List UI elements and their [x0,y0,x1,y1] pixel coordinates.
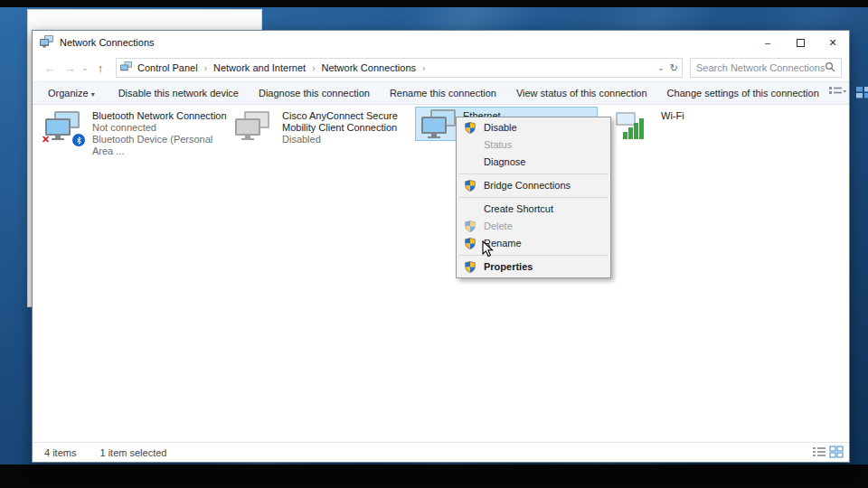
menu-item-label: Disable [484,122,517,133]
menu-item-delete[interactable]: Delete [457,218,610,235]
change-settings-button[interactable]: Change settings of this connection [657,88,829,99]
maximize-icon [797,39,805,47]
search-box[interactable] [690,58,842,78]
network-connections-window: Network Connections – ✕ ← → ⌄ ↑ [32,30,850,463]
disabled-connection-icon [233,110,273,145]
view-details-icon[interactable] [856,86,868,100]
navigation-bar: ← → ⌄ ↑ Control Panel › Network and Inte… [33,54,849,81]
menu-item-bridge-connections[interactable]: Bridge Connections [457,177,610,194]
connection-name: Bluetooth Network Connection [92,110,231,122]
menu-item-label: Bridge Connections [484,180,571,191]
menu-item-label: Properties [484,261,533,272]
window-icon [40,35,54,50]
breadcrumb-control-panel[interactable]: Control Panel [135,62,201,73]
connection-bluetooth[interactable]: ✕ Bluetooth Network Connection Not conne… [43,110,231,157]
menu-item-label: Diagnose [484,156,525,167]
ethernet-connection-icon [420,108,459,143]
command-toolbar: Organize▾ Disable this network device Di… [33,81,849,105]
connection-device: Bluetooth Device (Personal Area ... [92,134,231,157]
organize-button[interactable]: Organize▾ [38,88,105,99]
large-icons-view-icon[interactable] [829,446,844,460]
menu-item-label: Status [484,139,512,150]
chevron-icon[interactable]: › [419,63,429,73]
connection-name: Wi-Fi [661,110,684,122]
details-view-icon[interactable] [812,446,826,460]
disable-device-button[interactable]: Disable this network device [108,88,249,99]
connections-list: ✕ Bluetooth Network Connection Not conne… [33,105,849,444]
maximize-button[interactable] [784,31,816,54]
menu-item-diagnose[interactable]: Diagnose [457,154,610,171]
view-list-icon[interactable] [829,86,847,100]
search-input[interactable] [696,62,825,73]
connection-wifi[interactable]: Wi-Fi [612,110,712,145]
menu-separator [458,255,609,256]
menu-item-create-shortcut[interactable]: Create Shortcut [457,201,610,218]
breadcrumb-network-connections[interactable]: Network Connections [318,62,419,73]
close-icon: ✕ [828,37,836,49]
up-button[interactable]: ↑ [90,61,110,75]
connection-status: Not connected [92,122,231,134]
menu-item-disable[interactable]: Disable [457,119,610,136]
rename-connection-button[interactable]: Rename this connection [380,88,506,99]
breadcrumb-network-and-internet[interactable]: Network and Internet [211,62,308,73]
status-bar: 4 items 1 item selected [33,442,849,462]
not-connected-x-icon: ✕ [42,134,50,145]
item-count: 4 items [44,447,76,458]
menu-item-label: Create Shortcut [484,203,553,214]
menu-separator [458,197,609,198]
wifi-signal-icon [612,110,652,145]
connection-status: Disabled [282,134,414,145]
diagnose-connection-button[interactable]: Diagnose this connection [249,88,380,99]
titlebar[interactable]: Network Connections – ✕ [33,31,849,54]
chevron-down-icon: ▾ [91,90,95,99]
organize-label: Organize [48,88,89,99]
connection-name: Cisco AnyConnect Secure Mobility Client … [282,110,414,134]
mouse-cursor [482,240,495,262]
chevron-icon[interactable]: › [201,63,211,73]
menu-item-label: Delete [484,221,513,231]
selection-count: 1 item selected [99,447,166,458]
minimize-icon: – [765,37,770,48]
context-menu: Disable Status Diagnose Bridge Connectio… [456,117,611,278]
history-dropdown-icon[interactable]: ⌄ [80,63,90,72]
view-status-button[interactable]: View status of this connection [506,88,657,99]
uac-shield-icon [465,238,476,255]
window-title: Network Connections [60,37,155,48]
close-button[interactable]: ✕ [816,31,849,54]
menu-item-properties[interactable]: Properties [457,258,610,276]
address-icon [120,61,133,74]
refresh-icon[interactable]: ↻ [670,62,678,74]
back-button[interactable]: ← [40,61,60,75]
address-bar[interactable]: Control Panel › Network and Internet › N… [116,58,683,78]
connection-cisco[interactable]: Cisco AnyConnect Secure Mobility Client … [233,110,414,145]
menu-separator [458,174,609,174]
screen: Network Connections – ✕ ← → ⌄ ↑ [0,0,868,488]
chevron-icon[interactable]: › [308,63,318,73]
menu-item-status[interactable]: Status [457,136,610,154]
uac-shield-icon [465,261,476,278]
search-icon[interactable] [825,61,835,74]
uac-shield-icon [465,180,476,197]
address-dropdown-icon[interactable]: ⌄ [657,63,665,72]
bluetooth-icon [72,134,85,146]
forward-button[interactable]: → [60,61,80,75]
menu-item-rename[interactable]: Rename [457,235,610,252]
minimize-button[interactable]: – [751,31,784,54]
bluetooth-connection-icon: ✕ [43,110,83,145]
